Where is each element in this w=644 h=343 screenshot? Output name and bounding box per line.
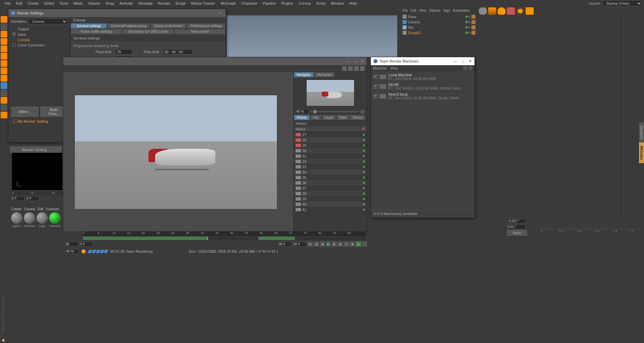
zoom-input[interactable] (296, 109, 309, 114)
menu-animate[interactable]: Animate (117, 1, 135, 5)
menu-create[interactable]: Create (25, 1, 41, 5)
my-render-setting[interactable]: My Render Setting (8, 118, 70, 125)
tool-cube3-icon[interactable] (1, 38, 7, 45)
tool-cube8-icon[interactable] (1, 75, 7, 82)
menu-render[interactable]: Render (155, 1, 173, 5)
goto-end-icon[interactable]: ⏭ (338, 241, 343, 247)
object-row[interactable]: Sky (401, 25, 477, 30)
prev-frame-icon[interactable]: ◀ (314, 241, 319, 247)
pass-limit-input[interactable] (115, 49, 132, 54)
pv-tool-icon[interactable] (342, 66, 347, 71)
target-icon[interactable] (516, 7, 524, 15)
trm-titlebar[interactable]: Team Render Machines — □ ✕ (371, 57, 474, 65)
floor-icon[interactable] (526, 7, 534, 15)
autokey-icon[interactable]: ◆ (356, 241, 361, 247)
history-row[interactable]: 34 (294, 169, 367, 175)
obj-menu-edit[interactable]: Edit (411, 9, 416, 12)
tab-history[interactable]: History (294, 115, 310, 120)
attr-tab-attributes[interactable]: Attributes (639, 142, 644, 163)
tab-info[interactable]: Info (310, 115, 322, 120)
history-row[interactable]: 33 (294, 164, 367, 169)
navigator-thumbnail[interactable] (306, 80, 354, 106)
history-row[interactable]: 31 (294, 153, 367, 159)
record-icon[interactable]: ● (344, 241, 349, 247)
keyframe-icon[interactable]: ◆ (350, 241, 355, 247)
tab-team-render[interactable]: Team render (174, 29, 226, 34)
material-item[interactable]: Light (36, 212, 48, 228)
menu-file[interactable]: File (2, 1, 13, 5)
menu-select[interactable]: Select (41, 1, 57, 5)
history-row[interactable]: 27 (294, 132, 367, 137)
zoom-slider[interactable] (310, 111, 359, 112)
history-row[interactable]: 40 (294, 202, 367, 207)
tool-orange-icon[interactable] (1, 97, 7, 104)
object-tag-icon[interactable] (471, 20, 475, 24)
tab-stereo[interactable]: Stereo (349, 115, 365, 120)
trm-search-icon[interactable] (463, 66, 467, 70)
machine-row[interactable]: Xeon2.local.PC, 32x2.2GHz, 16.00 GB RAM,… (371, 91, 474, 101)
tab-histogram[interactable]: Histogram (314, 72, 335, 78)
menu-character[interactable]: Character (239, 1, 260, 5)
history-row[interactable]: 29 (294, 143, 367, 148)
mat-menu-corona[interactable]: Corona (24, 207, 35, 211)
coord-input-2[interactable] (507, 224, 526, 229)
tool-cube6-icon[interactable] (1, 60, 7, 67)
renderer-dropdown[interactable]: Corona (28, 18, 68, 24)
tab-scene-environment[interactable]: Scene environment (150, 23, 187, 29)
tool-cube4-icon[interactable] (1, 45, 7, 52)
timeline-ruler[interactable]: 051015202530354045505560657075808590 (83, 231, 366, 236)
close-icon[interactable]: ✕ (218, 10, 223, 16)
material-item[interactable]: Material (49, 212, 61, 228)
tool-last-icon[interactable] (1, 112, 7, 118)
machine-checkbox[interactable] (373, 94, 378, 98)
menu-volume[interactable]: Volume (85, 1, 103, 5)
obj-menu-view[interactable]: View (419, 9, 426, 12)
object-row[interactable]: Group01 (401, 30, 477, 35)
attr-tab-structure[interactable]: Structure (639, 122, 644, 143)
tool-cube2-icon[interactable] (1, 31, 7, 37)
pv-render-viewport[interactable] (63, 72, 293, 252)
sidebar-save[interactable]: Save (8, 32, 70, 37)
tab-filter[interactable]: Filter (336, 115, 349, 120)
tab-frame-buffer[interactable]: Frame buffer settings (71, 29, 122, 34)
menu-script[interactable]: Script (313, 1, 328, 5)
play-back-icon[interactable]: ◀ (320, 241, 325, 247)
timeline-ruler[interactable]: 0 5 10 (11, 191, 63, 195)
menu-tools[interactable]: Tools (57, 1, 71, 5)
object-tag-icon[interactable] (471, 15, 475, 19)
history-row[interactable]: 37 (294, 186, 367, 191)
options-icon[interactable]: ○ (362, 241, 367, 247)
history-row[interactable]: 32 (294, 159, 367, 164)
menu-pipeline[interactable]: Pipeline (260, 1, 279, 5)
menu-corona[interactable]: Corona (296, 1, 313, 5)
trm-filter-icon[interactable] (468, 66, 472, 70)
tab-secondary-gi[interactable]: Secondary GI: UHD Cache (122, 29, 174, 34)
apply-button[interactable]: Apply (507, 230, 527, 236)
menu-sculpt[interactable]: Sculpt (173, 1, 189, 5)
camera-icon[interactable] (507, 7, 515, 15)
next-frame-icon[interactable]: ▶ (332, 241, 337, 247)
history-row[interactable]: 30 (294, 148, 367, 153)
trm-menu-machine[interactable]: Machine (373, 66, 387, 70)
render-settings-titlebar[interactable]: Render Settings — □ ✕ (8, 9, 226, 17)
mat-menu-edit[interactable]: Edit (38, 207, 43, 211)
menu-plugins[interactable]: Plugins (279, 1, 296, 5)
frame-end-input[interactable] (278, 242, 292, 247)
tool-s-icon[interactable] (1, 90, 7, 96)
minimize-icon[interactable]: — (199, 10, 204, 16)
viewport-preview[interactable] (11, 152, 63, 191)
frame-start-input[interactable] (65, 242, 78, 247)
menu-mesh[interactable]: Mesh (71, 1, 85, 5)
menu-edit[interactable]: Edit (13, 1, 25, 5)
frame-start2-input[interactable] (80, 242, 93, 247)
status-pct[interactable] (66, 249, 79, 254)
history-row[interactable]: 35 (294, 175, 367, 180)
time-limit-input[interactable] (163, 49, 193, 54)
layout-dropdown[interactable]: Startup (User) (603, 0, 642, 6)
tab-performance-settings[interactable]: Performance settings (187, 23, 226, 29)
pv-titlebar[interactable]: — □ ✕ (63, 57, 367, 65)
machine-row[interactable]: Local MachinePC, 32x2.9GHz, 64.00 GB RAM (371, 72, 474, 82)
history-row[interactable]: 28 (294, 137, 367, 143)
play-icon[interactable]: ▶ (326, 241, 331, 247)
menu-help[interactable]: Help (347, 1, 360, 5)
